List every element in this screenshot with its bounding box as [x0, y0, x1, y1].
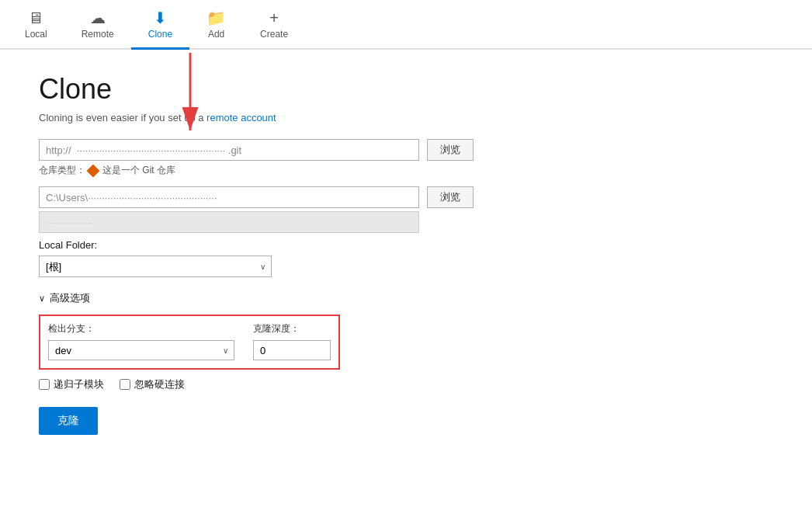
ignore-label: 忽略硬连接: [134, 377, 185, 391]
toolbar-clone[interactable]: ⬇ Clone: [131, 2, 189, 50]
add-label: Add: [208, 29, 224, 40]
clone-button[interactable]: 克隆: [39, 407, 98, 435]
local-icon: 🖥: [28, 10, 43, 26]
toolbar-add[interactable]: 📁 Add: [189, 2, 243, 50]
page-title: Clone: [39, 73, 773, 106]
main-content: Clone Cloning is even easier if you set …: [0, 50, 812, 458]
branch-select[interactable]: dev main master: [48, 340, 234, 360]
recurse-checkbox-item[interactable]: 递归子模块: [39, 377, 104, 391]
advanced-inner: 检出分支： dev main master 克隆深度： 0: [48, 322, 331, 360]
remote-label: Remote: [82, 29, 114, 40]
toolbar: 🖥 Local ☁ Remote ⬇ Clone 📁 Add + Create: [0, 0, 812, 50]
clone-label: Clone: [148, 29, 172, 40]
depth-label: 克隆深度：: [253, 322, 331, 335]
add-icon: 📁: [206, 10, 226, 26]
local-path-input[interactable]: [39, 186, 419, 208]
subtitle: Cloning is even easier if you set up a r…: [39, 112, 773, 123]
folder-select-row: [根]: [39, 255, 773, 277]
depth-group: 克隆深度： 0: [253, 322, 331, 360]
folder-select[interactable]: [根]: [39, 255, 272, 277]
clone-icon: ⬇: [154, 10, 167, 26]
chevron-icon: ∨: [39, 294, 45, 304]
remote-account-link[interactable]: remote account: [206, 112, 276, 123]
toolbar-create[interactable]: + Create: [243, 2, 305, 50]
create-label: Create: [260, 29, 288, 40]
recurse-label: 递归子模块: [54, 377, 104, 391]
local-path-row: 浏览: [39, 186, 773, 208]
recurse-checkbox[interactable]: [39, 379, 50, 390]
repo-type-row: 仓库类型： 这是一个 Git 仓库: [39, 164, 773, 177]
branch-group: 检出分支： dev main master: [48, 322, 234, 360]
repo-type-label: 仓库类型：: [39, 164, 85, 177]
local-label: Local: [25, 29, 47, 40]
remote-icon: ☁: [90, 10, 106, 26]
create-icon: +: [269, 10, 279, 26]
local-folder-label: Local Folder:: [39, 239, 773, 251]
advanced-options-box: 检出分支： dev main master 克隆深度： 0: [39, 315, 340, 370]
ignore-checkbox[interactable]: [120, 379, 130, 390]
git-diamond-icon: [87, 164, 100, 177]
advanced-toggle[interactable]: ∨ 高级选项: [39, 291, 773, 305]
toolbar-remote[interactable]: ☁ Remote: [64, 2, 131, 50]
branch-select-wrapper: dev main master: [48, 340, 234, 360]
browse-local-button[interactable]: 浏览: [427, 186, 474, 208]
checkboxes-row: 递归子模块 忽略硬连接: [39, 377, 773, 391]
url-row: 浏览: [39, 139, 773, 161]
url-input[interactable]: [39, 139, 419, 161]
depth-input[interactable]: 0: [253, 340, 331, 360]
ignore-checkbox-item[interactable]: 忽略硬连接: [120, 377, 185, 391]
folder-select-wrapper: [根]: [39, 255, 272, 277]
browse-url-button[interactable]: 浏览: [427, 139, 474, 161]
branch-label: 检出分支：: [48, 322, 234, 335]
repo-type-text: 这是一个 Git 仓库: [102, 164, 175, 177]
advanced-label: 高级选项: [50, 291, 90, 305]
toolbar-local[interactable]: 🖥 Local: [8, 2, 64, 50]
extra-input[interactable]: [39, 211, 419, 233]
extra-row: [39, 211, 773, 233]
subtitle-pre: Cloning is even easier if you set up a: [39, 112, 206, 123]
